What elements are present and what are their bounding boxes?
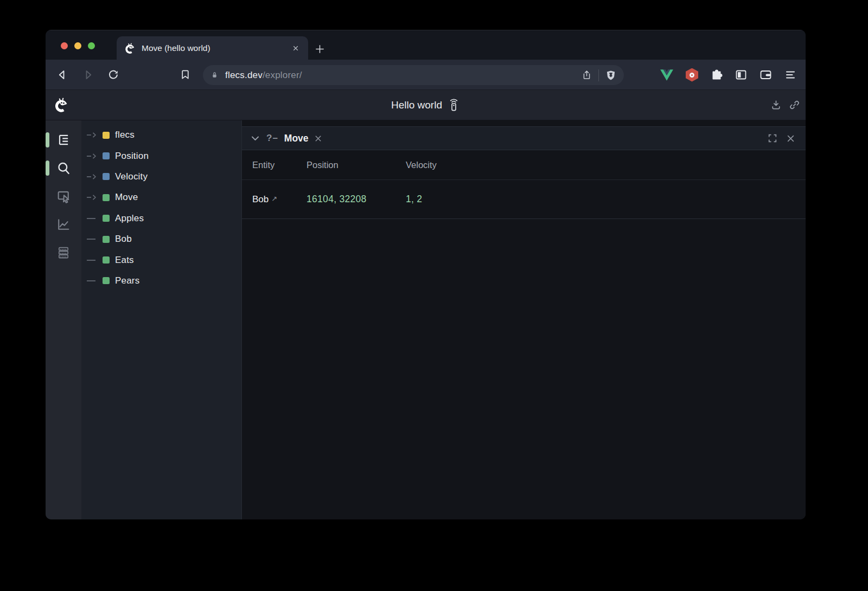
browser-window: Move (hello world) flecs.dev/explorer/ [46, 30, 806, 519]
wallet-icon[interactable] [759, 68, 773, 81]
lock-icon [210, 70, 219, 80]
entity-color-swatch [103, 173, 110, 180]
zoom-window-button[interactable] [88, 42, 95, 49]
panel-close-icon[interactable] [786, 134, 795, 143]
extensions-puzzle-icon[interactable] [710, 68, 723, 81]
fullscreen-icon[interactable] [768, 133, 777, 143]
sidebar-toggle-icon[interactable] [735, 68, 748, 81]
tab-bar: Move (hello world) [46, 30, 806, 60]
tree-item-move[interactable]: Move [81, 187, 241, 208]
entity-color-swatch [103, 236, 110, 243]
column-header-velocity: Velocity [406, 160, 806, 170]
tab-title: Move (hello world) [142, 43, 285, 53]
tree-item-velocity[interactable]: Velocity [81, 166, 241, 187]
bookmark-icon[interactable] [179, 68, 192, 81]
forward-icon[interactable] [81, 68, 94, 81]
back-icon[interactable] [56, 68, 69, 81]
tree-item-apples[interactable]: Apples [81, 208, 241, 229]
flecs-favicon [124, 43, 136, 54]
entity-color-swatch [103, 277, 110, 284]
divider [598, 69, 599, 81]
entity-color-swatch [103, 256, 110, 264]
link-icon[interactable] [788, 99, 801, 111]
table-row[interactable]: Bob↗ 16104, 32208 1, 2 [242, 180, 806, 219]
menu-icon[interactable] [784, 68, 797, 81]
url-bar[interactable]: flecs.dev/explorer/ [203, 65, 624, 85]
tree-item-bob[interactable]: Bob [81, 229, 241, 249]
minimize-window-button[interactable] [74, 42, 81, 49]
query-panel: ?– Move Entity Position Velocity [241, 120, 806, 519]
share-icon[interactable] [581, 69, 592, 81]
open-entity-icon[interactable]: ↗ [271, 195, 277, 203]
expand-arrow-icon[interactable] [86, 174, 98, 180]
remote-icon [448, 99, 460, 112]
leaf-line-icon [86, 236, 98, 242]
active-indicator [46, 132, 49, 147]
active-indicator [46, 160, 49, 176]
stats-panel-icon[interactable] [56, 217, 71, 232]
tree-item-pears[interactable]: Pears [81, 271, 241, 291]
tree-panel-icon[interactable] [56, 132, 71, 147]
explorer-header: Hello world [46, 90, 806, 120]
query-glyph: ?– [266, 133, 278, 144]
row-entity-name[interactable]: Bob [252, 194, 269, 204]
browser-tab[interactable]: Move (hello world) [117, 36, 308, 60]
commands-panel-icon[interactable] [56, 245, 71, 260]
search-panel-icon[interactable] [56, 160, 71, 176]
row-position-value: 16104, 32208 [307, 194, 406, 205]
brave-shield-icon[interactable] [605, 69, 617, 81]
entity-tree: flecs Position Velocity Move Apples [81, 120, 241, 519]
leaf-line-icon [86, 278, 98, 284]
inspect-panel-icon[interactable] [56, 189, 71, 204]
query-panel-header: ?– Move [242, 126, 806, 150]
entity-color-swatch [103, 152, 110, 159]
column-header-entity: Entity [242, 160, 307, 170]
entity-color-swatch [103, 132, 110, 139]
browser-toolbar: flecs.dev/explorer/ [46, 60, 806, 90]
url-text: flecs.dev/explorer/ [225, 70, 302, 81]
expand-arrow-icon[interactable] [86, 194, 98, 201]
reload-icon[interactable] [107, 68, 120, 81]
close-window-button[interactable] [61, 42, 68, 49]
tree-item-flecs[interactable]: flecs [81, 125, 241, 145]
traffic-lights [61, 42, 95, 49]
tree-item-position[interactable]: Position [81, 145, 241, 166]
expand-arrow-icon[interactable] [86, 132, 98, 138]
download-icon[interactable] [770, 99, 782, 111]
new-tab-button[interactable] [314, 43, 326, 55]
extension-icons [660, 60, 797, 90]
query-clear-icon[interactable] [314, 134, 322, 143]
query-title: Move [284, 133, 309, 144]
world-title: Hello world [391, 99, 460, 112]
chevron-down-icon[interactable] [251, 136, 259, 142]
flecs-logo-icon[interactable] [54, 98, 69, 113]
vue-extension-icon[interactable] [660, 68, 674, 81]
row-velocity-value: 1, 2 [406, 194, 806, 205]
tree-item-eats[interactable]: Eats [81, 249, 241, 270]
leaf-line-icon [86, 215, 98, 222]
expand-arrow-icon[interactable] [86, 153, 98, 159]
column-header-position: Position [307, 160, 406, 170]
hexagon-extension-icon[interactable] [685, 68, 699, 82]
table-header: Entity Position Velocity [242, 150, 806, 180]
world-title-text: Hello world [391, 99, 442, 111]
tab-close-icon[interactable] [291, 43, 301, 53]
entity-color-swatch [103, 194, 110, 201]
tool-strip [46, 120, 81, 519]
leaf-line-icon [86, 257, 98, 264]
entity-color-swatch [103, 215, 110, 222]
